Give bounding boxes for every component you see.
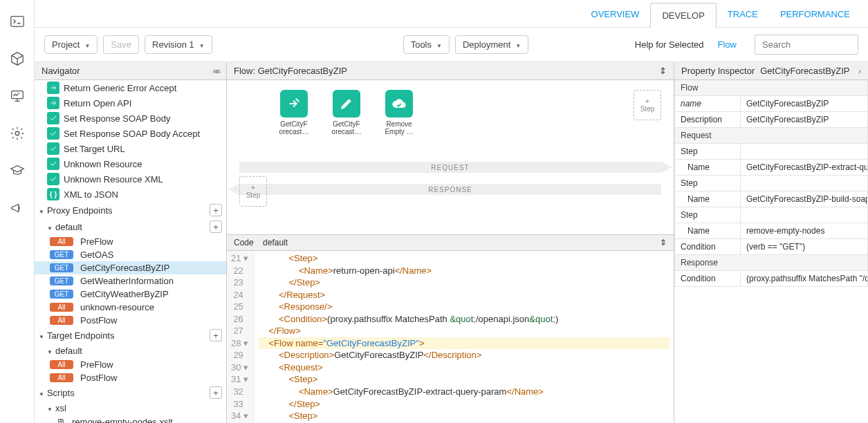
file-item[interactable]: remove-empty-nodes.xslt — [35, 415, 226, 423]
inspector-value[interactable] — [741, 144, 868, 160]
collapse-inspector-icon[interactable]: › — [858, 66, 861, 76]
tab-overview[interactable]: OVERVIEW — [580, 2, 651, 27]
project-button[interactable]: Project — [44, 35, 98, 54]
flow-canvas: Flow: GetCityForecastByZIP ⇕ GetCityFore… — [227, 62, 674, 235]
section-target[interactable]: Target Endpoints+ — [35, 327, 226, 344]
inspector-section: Flow — [674, 80, 868, 96]
inspector-key: Condition — [674, 239, 741, 255]
svg-rect-0 — [10, 17, 23, 27]
box-icon[interactable] — [10, 51, 25, 66]
terminal-icon[interactable] — [10, 14, 25, 29]
policy-icon — [47, 158, 59, 170]
file-icon — [57, 417, 65, 423]
megaphone-icon[interactable] — [10, 200, 25, 216]
policy-item[interactable]: { }XML to JSON — [35, 187, 226, 202]
response-lane: RESPONSE — [239, 184, 661, 195]
flow-policy[interactable]: GetCityForecast… — [326, 90, 367, 135]
inspector-value[interactable] — [741, 176, 868, 191]
inspector-value[interactable] — [741, 207, 868, 223]
add-proxy-button[interactable]: + — [210, 204, 222, 216]
save-button[interactable]: Save — [103, 35, 139, 54]
code-subtab[interactable]: default — [263, 238, 288, 247]
inspector-value[interactable]: remove-empty-nodes — [741, 223, 868, 239]
navigator-title: Navigator — [41, 66, 80, 76]
inspector-panel: Property Inspector GetCityForecastByZIP … — [674, 62, 868, 423]
inspector-value[interactable]: GetCityForecastByZIP-extract-qu — [741, 160, 868, 176]
policy-icon — [47, 142, 59, 155]
inspector-key: Name — [674, 191, 741, 207]
collapse-code-icon[interactable]: ⇕ — [660, 238, 667, 247]
toolbar: Project Save Revision 1 Tools Deployment… — [35, 28, 868, 62]
flow-item[interactable]: Allunknown-resource — [35, 301, 226, 314]
policy-item[interactable]: Unknown Resource XML — [35, 171, 226, 187]
method-badge: GET — [50, 263, 73, 272]
flow-item[interactable]: AllPreFlow — [35, 358, 226, 371]
flow-item[interactable]: AllPostFlow — [35, 314, 226, 327]
method-badge: All — [50, 373, 73, 382]
inspector-key: Condition — [674, 271, 741, 287]
navigator-panel: Navigator «« Return Generic Error Accept… — [35, 62, 227, 423]
section-default[interactable]: default+ — [35, 218, 226, 235]
svg-point-2 — [15, 131, 19, 135]
flow-policy[interactable]: GetCityForecast… — [274, 90, 314, 135]
inspector-value[interactable]: GetCityForecastByZIP — [741, 112, 868, 128]
policy-icon — [333, 90, 360, 118]
gear-icon[interactable] — [10, 126, 25, 141]
flow-item[interactable]: GETGetCityForecastByZIP — [35, 261, 226, 274]
add-target-button[interactable]: + — [210, 329, 222, 341]
method-badge: All — [50, 316, 73, 325]
inspector-value[interactable]: GetCityForecastByZIP-build-soap — [741, 191, 868, 207]
deployment-button[interactable]: Deployment — [455, 35, 528, 54]
flow-item[interactable]: AllPreFlow — [35, 235, 226, 248]
left-rail — [0, 0, 35, 423]
add-step-request[interactable]: +Step — [634, 90, 661, 120]
top-tabs: OVERVIEW DEVELOP TRACE PERFORMANCE — [35, 0, 868, 28]
tab-trace[interactable]: TRACE — [717, 2, 769, 27]
graduation-icon[interactable] — [10, 163, 25, 178]
flow-policy[interactable]: RemoveEmpty … — [379, 90, 419, 135]
add-step-response[interactable]: +Step — [239, 176, 267, 207]
policy-icon — [47, 97, 59, 109]
add-script-button[interactable]: + — [210, 386, 222, 399]
flow-item[interactable]: GETGetWeatherInformation — [35, 274, 226, 288]
tab-performance[interactable]: PERFORMANCE — [769, 2, 861, 27]
section-target-default[interactable]: default — [35, 344, 226, 358]
inspector-key: Step — [674, 144, 741, 160]
method-badge: All — [50, 360, 73, 369]
inspector-key: Name — [674, 223, 741, 239]
search-input[interactable] — [755, 35, 858, 55]
code-tab[interactable]: Code — [234, 238, 254, 247]
policy-icon — [47, 173, 59, 185]
collapse-navigator-icon[interactable]: «« — [213, 66, 219, 76]
policy-icon — [47, 112, 59, 124]
policy-item[interactable]: Set Target URL — [35, 141, 226, 156]
section-xsl[interactable]: xsl — [35, 401, 226, 415]
tools-button[interactable]: Tools — [403, 35, 450, 54]
inspector-value[interactable]: (verb == "GET") — [741, 239, 868, 255]
flow-item[interactable]: AllPostFlow — [35, 371, 226, 384]
add-flow-button[interactable]: + — [210, 220, 222, 233]
help-link[interactable]: Flow — [718, 39, 737, 50]
code-editor[interactable]: 21 ▾ 22 23 24 25 26 27 28 ▾ 29 30 ▾ 31 ▾… — [227, 251, 674, 423]
section-proxy[interactable]: Proxy Endpoints+ — [35, 202, 226, 218]
policy-item[interactable]: Return Open API — [35, 95, 226, 111]
method-badge: GET — [50, 290, 73, 299]
inspector-value[interactable]: (proxy.pathsuffix MatchesPath "/c — [741, 271, 868, 287]
policy-icon — [47, 82, 59, 94]
inspector-subject: GetCityForecastByZIP — [760, 66, 849, 76]
revision-button[interactable]: Revision 1 — [145, 35, 212, 54]
policy-item[interactable]: Set Response SOAP Body — [35, 111, 226, 126]
tab-develop[interactable]: DEVELOP — [650, 3, 716, 28]
policy-item[interactable]: Unknown Resource — [35, 156, 226, 171]
inspector-value[interactable]: GetCityForecastByZIP — [741, 96, 868, 112]
inspector-key: Description — [674, 112, 741, 128]
section-scripts[interactable]: Scripts+ — [35, 384, 226, 401]
collapse-flow-icon[interactable]: ⇕ — [659, 66, 667, 76]
policy-item[interactable]: Return Generic Error Accept — [35, 80, 226, 95]
policy-item[interactable]: Set Response SOAP Body Accept — [35, 126, 226, 141]
flow-item[interactable]: GETGetCityWeatherByZIP — [35, 288, 226, 301]
flow-item[interactable]: GETGetOAS — [35, 248, 226, 261]
policy-icon — [47, 127, 59, 140]
inspector-key: Step — [674, 176, 741, 191]
monitor-icon[interactable] — [10, 88, 25, 104]
